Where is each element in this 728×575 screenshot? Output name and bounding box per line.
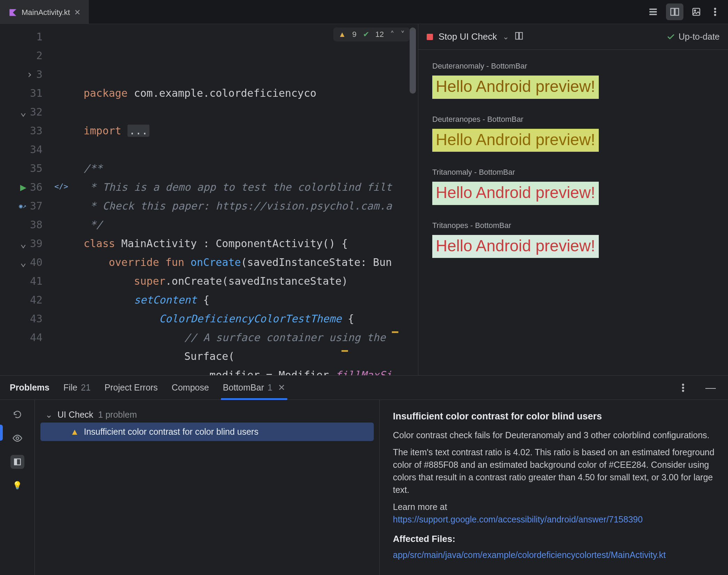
fold-collapse-icon[interactable]: ⌄ <box>20 253 26 272</box>
file-tab-mainactivity[interactable]: MainActivity.kt ✕ <box>0 0 89 24</box>
problems-tab-project-errors[interactable]: Project Errors <box>104 376 158 400</box>
warning-count: 9 <box>352 30 356 39</box>
chevron-down-icon[interactable]: ˅ <box>401 30 405 39</box>
code-token: onCreate <box>191 256 241 268</box>
preview-sample: Hello Android preview! <box>432 129 599 152</box>
svg-point-8 <box>714 11 716 13</box>
run-gutter-icon[interactable]: ▶ <box>20 178 26 197</box>
preview-label: Deuteranopes - BottomBar <box>432 115 714 124</box>
code-area[interactable]: </> ⌄ package com.example.colordeficienc… <box>49 24 418 375</box>
code-token: setContent <box>134 294 197 306</box>
svg-point-12 <box>682 384 684 385</box>
fold-collapse-icon[interactable]: ⌄ <box>20 103 26 121</box>
lightbulb-icon[interactable]: 💡 <box>10 479 24 493</box>
refresh-icon[interactable] <box>10 408 24 422</box>
minimize-panel-icon[interactable]: — <box>703 379 718 396</box>
code-fold-ellipsis[interactable]: ... <box>127 125 149 137</box>
problems-sidebar: 💡 <box>0 400 35 575</box>
code-comment: * This is a demo app to test the colorbl… <box>84 181 392 193</box>
line-number: 38 <box>30 215 42 234</box>
override-gutter-icon[interactable]: ◉↗ <box>19 197 26 215</box>
learn-more-link[interactable]: https://support.google.com/accessibility… <box>393 514 643 524</box>
problems-panel-title[interactable]: Problems <box>10 376 49 400</box>
svg-rect-4 <box>675 8 679 15</box>
svg-rect-11 <box>519 32 522 39</box>
preview-sample: Hello Android preview! <box>432 76 599 99</box>
preview-label: Tritanomaly - BottomBar <box>432 168 714 177</box>
line-number-gutter: 1 2 ›3 31 ⌄32 33 34 35 ▶36 ◉↗37 38 ⌄39 ⌄… <box>0 24 49 375</box>
code-token: { <box>342 313 354 325</box>
eye-icon[interactable] <box>10 431 24 445</box>
tree-root-label: UI Check <box>57 410 93 420</box>
chevron-down-icon[interactable]: ⌄ <box>503 32 509 41</box>
code-token: fun <box>165 256 184 268</box>
svg-point-13 <box>682 387 684 388</box>
inline-warning-marker: ▔ <box>392 331 398 344</box>
view-split-button[interactable] <box>666 3 683 20</box>
problem-paragraph: The item's text contrast ratio is 4.02. … <box>393 446 715 496</box>
issue-label: Insufficient color contrast for color bl… <box>84 427 258 437</box>
problems-tab-compose[interactable]: Compose <box>172 376 209 400</box>
view-code-only-button[interactable] <box>644 3 662 20</box>
view-design-only-button[interactable] <box>688 3 705 20</box>
problem-learn-more: Learn more at https://support.google.com… <box>393 501 715 526</box>
preview-item[interactable]: Tritanomaly - BottomBarHello Android pre… <box>432 168 714 205</box>
affected-file-link[interactable]: app/src/main/java/com/example/colordefic… <box>393 550 666 560</box>
line-number: 44 <box>30 328 42 347</box>
file-tab-label: MainActivity.kt <box>22 8 70 17</box>
code-token: ColorDeficiencyColorTestTheme <box>159 313 342 325</box>
tree-root-count: 1 problem <box>98 410 137 420</box>
preview-sample: Hello Android preview! <box>432 182 599 205</box>
overflow-menu-icon[interactable] <box>709 3 721 20</box>
svg-point-6 <box>694 10 696 11</box>
code-token: Surface( <box>184 350 235 362</box>
preview-item[interactable]: Tritanopes - BottomBarHello Android prev… <box>432 221 714 258</box>
svg-rect-3 <box>671 8 674 15</box>
fold-collapse-icon[interactable]: ⌄ <box>20 234 26 253</box>
code-comment: // A surface container using the <box>184 331 392 344</box>
layout-toggle-icon[interactable] <box>514 31 524 42</box>
problems-tab-bottombar[interactable]: BottomBar 1 ✕ <box>223 376 285 400</box>
panel-overflow-icon[interactable] <box>677 379 689 396</box>
editor-scrollbar[interactable] <box>410 27 416 94</box>
svg-rect-17 <box>14 459 17 465</box>
svg-rect-2 <box>650 14 657 15</box>
line-number: 42 <box>30 291 42 309</box>
editor-tabstrip: MainActivity.kt ✕ <box>0 0 728 24</box>
code-token: override <box>109 256 159 268</box>
chevron-up-icon[interactable]: ˄ <box>390 30 394 39</box>
ok-count: 12 <box>375 30 384 39</box>
line-number: 41 <box>30 272 42 291</box>
code-comment: * Check this paper: https://vision.psych… <box>84 200 392 212</box>
warning-icon: ▲ <box>338 30 346 39</box>
fold-expand-icon[interactable]: › <box>26 65 33 84</box>
preview-item[interactable]: Deuteranomaly - BottomBarHello Android p… <box>432 62 714 99</box>
preview-item[interactable]: Deuteranopes - BottomBarHello Android pr… <box>432 115 714 152</box>
line-number: 40 <box>30 253 42 272</box>
check-icon: ✔ <box>363 30 369 39</box>
code-token: com.example.colordeficiencyco <box>127 87 316 99</box>
preview-label: Tritanopes - BottomBar <box>432 221 714 230</box>
line-number: 35 <box>30 159 42 178</box>
preview-status: Up-to-date <box>667 32 720 42</box>
problems-panel: Problems File 21 Project Errors Compose … <box>0 375 728 575</box>
problems-tab-file[interactable]: File 21 <box>63 376 91 400</box>
close-icon[interactable]: ✕ <box>278 383 285 393</box>
svg-point-14 <box>682 390 684 392</box>
preview-sample: Hello Android preview! <box>432 235 599 258</box>
line-number: 37 <box>30 197 42 215</box>
problems-tree-root[interactable]: ⌄ UI Check 1 problem <box>40 407 374 423</box>
problems-tree-issue[interactable]: ▲ Insufficient color contrast for color … <box>40 423 374 441</box>
stop-ui-check-button[interactable]: Stop UI Check <box>439 31 497 42</box>
check-icon <box>667 33 675 41</box>
inspection-summary[interactable]: ▲ 9 ✔ 12 ˄ ˅ <box>333 27 410 41</box>
chevron-down-icon[interactable]: ⌄ <box>45 410 53 420</box>
problems-tree: ⌄ UI Check 1 problem ▲ Insufficient colo… <box>35 400 380 575</box>
close-icon[interactable]: ✕ <box>74 8 80 17</box>
line-number: 1 <box>36 27 42 46</box>
svg-rect-1 <box>650 11 657 13</box>
line-number: 3 <box>36 65 42 84</box>
details-panel-icon[interactable] <box>10 455 24 469</box>
svg-point-15 <box>16 437 19 440</box>
code-token: MainActivity : ComponentActivity() { <box>115 237 348 250</box>
